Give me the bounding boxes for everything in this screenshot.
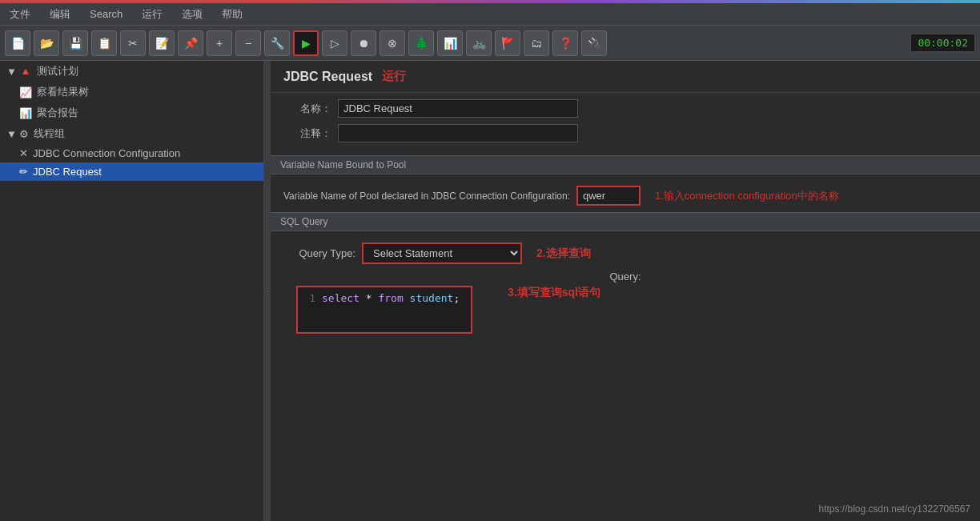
toolbar-bike-button[interactable]: 🚲: [466, 30, 492, 56]
toolbar-remove-button[interactable]: −: [235, 30, 261, 56]
thread-group-icon: ▼ ⚙: [6, 128, 29, 140]
comment-row: 注释：: [283, 124, 967, 142]
saveas-icon: 📋: [98, 37, 111, 50]
toolbar-stop-button[interactable]: ⏺: [351, 30, 376, 56]
results-tree-icon: 📈: [19, 86, 32, 98]
comment-input[interactable]: [338, 124, 578, 142]
toolbar-saveas-button[interactable]: 📋: [91, 30, 117, 56]
menu-bar: 文件 编辑 Search 运行 选项 帮助: [0, 3, 980, 26]
step-icon: ▷: [331, 37, 339, 50]
toolbar-save-button[interactable]: 💾: [62, 30, 88, 56]
view-icon: 🗂: [531, 37, 542, 50]
sidebar-item-jdbc-config[interactable]: ✕ JDBC Connection Configuration: [0, 144, 263, 162]
help-icon: ❓: [559, 37, 572, 50]
remove-icon: −: [245, 37, 251, 50]
menu-run[interactable]: 运行: [139, 6, 166, 23]
reset-icon: ⊗: [388, 37, 397, 50]
resize-handle[interactable]: ⋮: [264, 61, 271, 521]
name-row: 名称：: [283, 99, 967, 118]
query-type-label: Query Type:: [283, 247, 355, 259]
query-type-row: Query Type: Select Statement Update Stat…: [283, 242, 967, 264]
test-plan-label: 测试计划: [37, 64, 78, 78]
name-input[interactable]: [338, 99, 578, 118]
menu-search[interactable]: Search: [86, 6, 126, 22]
pool-label: Variable Name of Pool declared in JDBC C…: [283, 190, 570, 202]
sql-section: Query Type: Select Statement Update Stat…: [271, 238, 980, 339]
test-plan-icon: ▼ 🔺: [6, 66, 32, 78]
aggregate-label: 聚合报告: [37, 106, 78, 120]
annotation-2: 2.选择查询: [536, 246, 591, 261]
pool-section-heading: Variable Name Bound to Pool: [271, 155, 980, 174]
jdbc-request-icon: ✏: [19, 166, 28, 178]
sidebar-item-aggregate[interactable]: 📊 聚合报告: [0, 102, 263, 123]
toolbar-play-button[interactable]: ▶: [293, 30, 319, 56]
toolbar-copy-button[interactable]: 📝: [149, 30, 175, 56]
toolbar-report-button[interactable]: 📊: [437, 30, 463, 56]
sql-code-text: select * from student;: [322, 292, 460, 304]
toolbar-tree-button[interactable]: 🌲: [408, 30, 434, 56]
menu-file[interactable]: 文件: [6, 6, 34, 23]
report-icon: 📊: [444, 37, 457, 50]
timer-display: 00:00:02: [910, 34, 975, 52]
menu-options[interactable]: 选项: [179, 6, 206, 23]
save-icon: 💾: [69, 37, 82, 50]
jdbc-request-label: JDBC Request: [33, 166, 102, 178]
toolbar-step-button[interactable]: ▷: [322, 30, 347, 56]
toolbar-add-button[interactable]: +: [207, 30, 232, 56]
sql-code-editor[interactable]: 1 select * from student;: [296, 286, 472, 334]
toolbar-cut-button[interactable]: ✂: [120, 30, 146, 56]
stop-icon: ⏺: [358, 37, 369, 50]
cut-icon: ✂: [128, 37, 138, 50]
toolbar-view-button[interactable]: 🗂: [524, 30, 549, 56]
toolbar-plugin-button[interactable]: 🔌: [581, 30, 607, 56]
menu-help[interactable]: 帮助: [219, 6, 246, 23]
main-layout: ▼ 🔺 测试计划 📈 察看结果树 📊 聚合报告 ▼ ⚙ 线程组 ✕ JDBC C…: [0, 61, 980, 521]
toolbar-new-button[interactable]: 📄: [5, 30, 30, 56]
pool-input[interactable]: [576, 186, 641, 206]
query-type-select[interactable]: Select Statement Update Statement Callab…: [362, 242, 522, 264]
sidebar-item-thread-group[interactable]: ▼ ⚙ 线程组: [0, 123, 263, 144]
run-label: 运行: [382, 69, 406, 84]
sidebar-item-jdbc-request[interactable]: ✏ JDBC Request: [0, 162, 263, 181]
toolbar-clear-button[interactable]: 🔧: [264, 30, 290, 56]
annotation-1: 1.输入connection configuration中的名称: [655, 189, 839, 203]
form-section: 名称： 注释：: [271, 93, 980, 155]
thread-group-label: 线程组: [34, 126, 65, 141]
sidebar-item-test-plan[interactable]: ▼ 🔺 测试计划: [0, 61, 263, 82]
bike-icon: 🚲: [472, 37, 486, 50]
comment-label: 注释：: [283, 126, 331, 141]
query-label: Query:: [609, 271, 641, 283]
name-label: 名称：: [283, 102, 331, 116]
new-icon: 📄: [11, 37, 25, 50]
toolbar-help-button[interactable]: ❓: [552, 30, 578, 56]
menu-edit[interactable]: 编辑: [46, 6, 74, 23]
play-icon: ▶: [302, 37, 311, 50]
page-title: JDBC Request: [283, 70, 372, 84]
watermark: https://blog.csdn.net/cy1322706567: [819, 503, 970, 515]
sql-section-heading: SQL Query: [271, 212, 980, 231]
jdbc-config-label: JDBC Connection Configuration: [33, 147, 180, 159]
flag-icon: 🚩: [501, 37, 515, 50]
tree-icon: 🌲: [415, 37, 428, 50]
toolbar-reset-button[interactable]: ⊗: [380, 30, 405, 56]
paste-icon: 📌: [184, 37, 198, 50]
open-icon: 📂: [40, 37, 54, 50]
toolbar: 📄 📂 💾 📋 ✂ 📝 📌 + − 🔧 ▶ ▷ ⏺ ⊗ 🌲 📊: [0, 26, 980, 61]
jdbc-config-icon: ✕: [19, 147, 28, 159]
content-area: JDBC Request 运行 名称： 注释： Variable Name Bo…: [271, 61, 980, 521]
results-tree-label: 察看结果树: [37, 85, 89, 99]
toolbar-paste-button[interactable]: 📌: [178, 30, 203, 56]
pool-row: Variable Name of Pool declared in JDBC C…: [283, 186, 967, 206]
aggregate-icon: 📊: [19, 107, 32, 119]
copy-icon: 📝: [155, 37, 169, 50]
sidebar: ▼ 🔺 测试计划 📈 察看结果树 📊 聚合报告 ▼ ⚙ 线程组 ✕ JDBC C…: [0, 61, 264, 521]
plugin-icon: 🔌: [588, 37, 601, 50]
add-icon: +: [216, 37, 223, 50]
sidebar-item-results-tree[interactable]: 📈 察看结果树: [0, 82, 263, 102]
annotation-3: 3.填写查询sql语句: [508, 286, 600, 300]
pool-section: Variable Name of Pool declared in JDBC C…: [271, 181, 980, 212]
toolbar-open-button[interactable]: 📂: [34, 30, 59, 56]
code-line-1: 1 select * from student;: [304, 292, 464, 304]
toolbar-flag-button[interactable]: 🚩: [495, 30, 520, 56]
content-header: JDBC Request 运行: [271, 61, 980, 93]
